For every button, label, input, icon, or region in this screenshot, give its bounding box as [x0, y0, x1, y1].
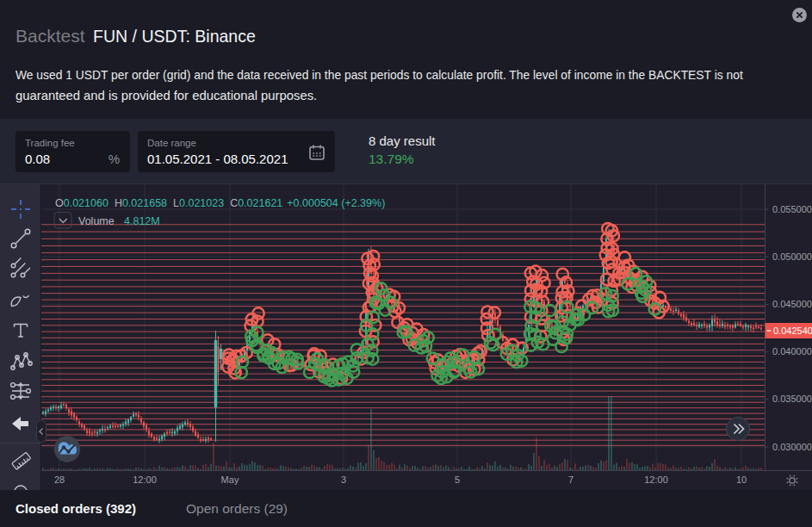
- svg-text:5: 5: [455, 474, 460, 485]
- svg-text:0.035000: 0.035000: [772, 394, 812, 404]
- svg-text:O0.021060H0.021658L0.021023C0.: O0.021060H0.021658L0.021023C0.021621+0.0…: [55, 197, 385, 209]
- svg-text:0.055000: 0.055000: [772, 204, 812, 214]
- svg-text:7: 7: [568, 474, 573, 485]
- svg-text:May: May: [221, 474, 239, 485]
- svg-text:0.050000: 0.050000: [772, 251, 812, 262]
- svg-text:10: 10: [736, 474, 747, 485]
- svg-text:12:00: 12:00: [644, 474, 668, 485]
- svg-text:0.030000: 0.030000: [772, 442, 812, 452]
- svg-text:0.042540: 0.042540: [773, 326, 812, 336]
- svg-text:4.812M: 4.812M: [124, 215, 160, 227]
- svg-text:28: 28: [54, 474, 65, 485]
- svg-text:0.040000: 0.040000: [772, 346, 812, 356]
- svg-text:12:00: 12:00: [133, 474, 157, 485]
- svg-text:Volume: Volume: [78, 215, 115, 227]
- svg-text:3: 3: [341, 474, 346, 485]
- svg-text:0.045000: 0.045000: [772, 299, 812, 309]
